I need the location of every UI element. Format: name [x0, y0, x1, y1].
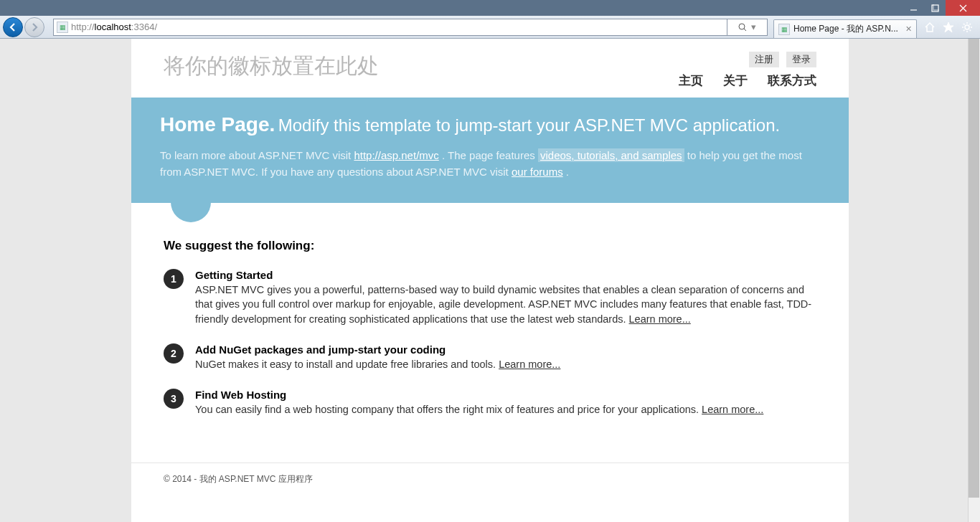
site-header: 将你的徽标放置在此处 注册 登录 主页 关于 联系方式 — [131, 39, 849, 98]
svg-point-7 — [965, 25, 969, 29]
step-body: You can easily find a web hosting compan… — [195, 402, 763, 417]
svg-point-5 — [739, 24, 745, 29]
learn-more-link[interactable]: Learn more... — [702, 404, 763, 415]
home-icon[interactable] — [924, 22, 936, 33]
tab-close-icon[interactable]: ✕ — [905, 24, 912, 34]
logo-placeholder: 将你的徽标放置在此处 — [164, 52, 379, 81]
browser-tab[interactable]: ▦ Home Page - 我的 ASP.N... ✕ — [773, 19, 917, 38]
step-number: 2 — [164, 343, 184, 364]
hero-banner: Home Page. Modify this template to jump-… — [131, 98, 849, 203]
main-content: We suggest the following: 1 Getting Star… — [131, 232, 849, 462]
close-button[interactable] — [946, 0, 980, 16]
tab-favicon-icon: ▦ — [778, 24, 790, 35]
step-3: 3 Find Web Hosting You can easily find a… — [164, 389, 816, 417]
maximize-button[interactable] — [924, 0, 946, 16]
url-text: http://localhost:3364/ — [71, 22, 157, 32]
step-1: 1 Getting Started ASP.NET MVC gives you … — [164, 269, 816, 326]
hero-subtitle: Modify this template to jump-start your … — [278, 115, 780, 135]
step-number: 3 — [164, 389, 184, 409]
gear-icon[interactable] — [961, 22, 973, 33]
hero-bump — [171, 202, 211, 222]
step-2: 2 Add NuGet packages and jump-start your… — [164, 343, 816, 371]
browser-toolbar: ▦ http://localhost:3364/ ▾ ▦ Home Page -… — [0, 16, 980, 39]
hero-link-samples[interactable]: videos, tutorials, and samples — [538, 148, 684, 162]
learn-more-link[interactable]: Learn more... — [499, 359, 560, 370]
nav-contact[interactable]: 联系方式 — [768, 72, 816, 89]
favicon-icon: ▦ — [57, 22, 68, 33]
login-link[interactable]: 登录 — [786, 52, 816, 67]
forward-button[interactable] — [24, 17, 44, 37]
scrollbar-thumb[interactable] — [969, 39, 979, 498]
hero-paragraph: To learn more about ASP.NET MVC visit ht… — [160, 148, 820, 180]
window-titlebar — [0, 0, 980, 16]
minimize-button[interactable] — [903, 0, 924, 16]
search-icon — [738, 23, 747, 32]
step-title: Add NuGet packages and jump-start your c… — [195, 343, 560, 356]
tab-title: Home Page - 我的 ASP.N... — [793, 23, 902, 35]
step-number: 1 — [164, 269, 184, 289]
learn-more-link[interactable]: Learn more... — [629, 313, 691, 325]
step-title: Find Web Hosting — [195, 389, 763, 401]
hero-title: Home Page. — [160, 113, 275, 136]
hero-bump-row — [131, 203, 849, 232]
viewport: 将你的徽标放置在此处 注册 登录 主页 关于 联系方式 Home Page. M… — [0, 39, 980, 522]
step-body: ASP.NET MVC gives you a powerful, patter… — [195, 283, 816, 326]
nav-home[interactable]: 主页 — [679, 72, 703, 89]
register-link[interactable]: 注册 — [749, 52, 779, 67]
svg-line-6 — [744, 29, 746, 31]
svg-rect-1 — [932, 5, 938, 11]
address-bar[interactable]: ▦ http://localhost:3364/ — [53, 19, 727, 36]
hero-link-aspnet[interactable]: http://asp.net/mvc — [354, 149, 438, 161]
page: 将你的徽标放置在此处 注册 登录 主页 关于 联系方式 Home Page. M… — [131, 39, 849, 522]
nav-about[interactable]: 关于 — [723, 72, 748, 89]
favorites-icon[interactable] — [943, 22, 954, 33]
back-button[interactable] — [3, 17, 23, 37]
footer: © 2014 - 我的 ASP.NET MVC 应用程序 — [131, 462, 849, 495]
step-title: Getting Started — [195, 269, 816, 281]
hero-link-forums[interactable]: our forums — [512, 166, 563, 178]
suggestions-heading: We suggest the following: — [164, 239, 816, 253]
step-body: NuGet makes it easy to install and updat… — [195, 357, 560, 371]
scrollbar[interactable] — [968, 39, 980, 522]
address-actions[interactable]: ▾ — [727, 19, 768, 36]
